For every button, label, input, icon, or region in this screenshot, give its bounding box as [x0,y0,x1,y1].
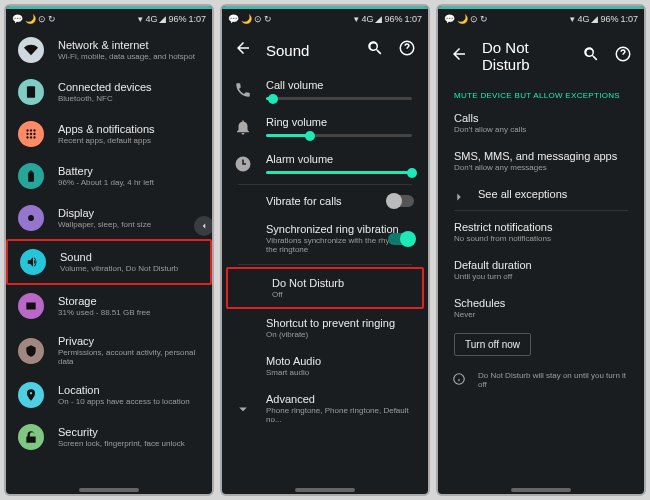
nav-pill[interactable] [511,488,571,492]
item-label: Connected devices [58,81,152,93]
calls-row[interactable]: Calls Don't allow any calls [438,104,644,142]
back-icon[interactable] [450,45,468,67]
clock: 1:07 [620,14,638,24]
vibrate-toggle[interactable] [388,195,414,207]
nav-pill[interactable] [79,488,139,492]
item-label: Security [58,426,185,438]
chat-icon: 💬 [12,14,23,24]
svg-point-6 [26,136,28,138]
help-icon[interactable] [614,45,632,67]
volume-slider[interactable] [266,171,412,174]
item-icon [18,382,44,408]
chat-icon: 💬 [444,14,455,24]
svg-point-7 [30,136,32,138]
edge-swipe-handle[interactable] [194,216,214,236]
item-label: Sound [60,251,178,263]
wifi-icon: ▾ [354,14,359,24]
settings-item-storage[interactable]: Storage 31% used - 88.51 GB free [6,285,212,327]
item-label: Battery [58,165,154,177]
slider-label: Call volume [266,79,412,91]
item-icon [18,338,44,364]
battery-pct: 96% [168,14,186,24]
settings-item-apps-notifications[interactable]: Apps & notifications Recent apps, defaul… [6,113,212,155]
duration-row[interactable]: Default duration Until you turn off [438,251,644,289]
divider [238,184,412,185]
svg-point-0 [26,129,28,131]
schedules-row[interactable]: Schedules Never [438,289,644,327]
net-label: 4G [145,14,157,24]
settings-item-privacy[interactable]: Privacy Permissions, account activity, p… [6,327,212,374]
volume-slider[interactable] [266,97,412,100]
restrict-row[interactable]: Restrict notifications No sound from not… [438,213,644,251]
shortcut-row[interactable]: Shortcut to prevent ringing On (vibrate) [222,309,428,347]
moto-audio-row[interactable]: Moto Audio Smart audio [222,347,428,385]
sync-toggle[interactable] [388,233,414,245]
volume-slider[interactable] [266,134,412,137]
battery-pct: 96% [384,14,402,24]
phone-dnd-settings: 💬 🌙 ⊙ ↻ ▾ 4G ◢ 96% 1:07 Do Not Disturb M… [436,4,646,496]
item-subtitle: Recent apps, default apps [58,136,155,145]
item-subtitle: Wi-Fi, mobile, data usage, and hotspot [58,52,195,61]
call-volume-row[interactable]: Call volume [222,71,428,108]
refresh-icon: ↻ [480,14,488,24]
alarm-volume-row[interactable]: Alarm volume [222,145,428,182]
item-label: Location [58,384,190,396]
svg-point-2 [33,129,35,131]
info-icon [452,372,466,386]
svg-point-8 [33,136,35,138]
ring-volume-row[interactable]: Ring volume [222,108,428,145]
chat-icon: 💬 [228,14,239,24]
item-subtitle: On - 10 apps have access to location [58,397,190,406]
back-icon[interactable] [234,39,252,61]
settings-item-battery[interactable]: Battery 96% - About 1 day, 4 hr left [6,155,212,197]
search-icon[interactable] [366,39,384,61]
svg-point-3 [26,133,28,135]
turn-off-now-button[interactable]: Turn off now [454,333,531,356]
item-icon [18,293,44,319]
item-icon [18,79,44,105]
item-icon [18,205,44,231]
do-not-disturb-row[interactable]: Do Not Disturb Off [226,267,424,309]
signal-icon: ◢ [159,14,166,24]
battery-pct: 96% [600,14,618,24]
settings-item-network-internet[interactable]: Network & internet Wi-Fi, mobile, data u… [6,29,212,71]
volume-icon [234,81,252,99]
refresh-icon: ↻ [48,14,56,24]
settings-list[interactable]: Network & internet Wi-Fi, mobile, data u… [6,29,212,494]
item-icon [18,163,44,189]
advanced-row[interactable]: Advanced Phone ringtone, Phone ringtone,… [222,385,428,432]
settings-item-connected-devices[interactable]: Connected devices Bluetooth, NFC [6,71,212,113]
item-icon [20,249,46,275]
notif-icon: ⊙ [254,14,262,24]
volume-icon [234,155,252,173]
clock: 1:07 [188,14,206,24]
moon-icon: 🌙 [25,14,36,24]
phone-sound-settings: 💬 🌙 ⊙ ↻ ▾ 4G ◢ 96% 1:07 Sound Call volum… [220,4,430,496]
item-label: Display [58,207,151,219]
item-label: Privacy [58,335,200,347]
settings-item-sound[interactable]: Sound Volume, vibration, Do Not Disturb [6,239,212,285]
sync-vibration-row[interactable]: Synchronized ring vibration Vibrations s… [222,215,428,262]
settings-item-location[interactable]: Location On - 10 apps have access to loc… [6,374,212,416]
search-icon[interactable] [582,45,600,67]
wifi-icon: ▾ [138,14,143,24]
status-bar: 💬 🌙 ⊙ ↻ ▾ 4G ◢ 96% 1:07 [438,9,644,29]
item-subtitle: 96% - About 1 day, 4 hr left [58,178,154,187]
svg-point-5 [33,133,35,135]
item-subtitle: Volume, vibration, Do Not Disturb [60,264,178,273]
vibrate-for-calls-row[interactable]: Vibrate for calls [222,187,428,215]
sound-content[interactable]: Call volume Ring volume Alarm volume Vib… [222,71,428,494]
item-label: Apps & notifications [58,123,155,135]
settings-item-display[interactable]: Display Wallpaper, sleep, font size [6,197,212,239]
app-bar: Sound [222,29,428,71]
signal-icon: ◢ [375,14,382,24]
settings-item-security[interactable]: Security Screen lock, fingerprint, face … [6,416,212,458]
help-icon[interactable] [398,39,416,61]
item-subtitle: 31% used - 88.51 GB free [58,308,151,317]
see-all-exceptions-row[interactable]: See all exceptions [438,180,644,208]
nav-pill[interactable] [295,488,355,492]
dnd-content[interactable]: MUTE DEVICE BUT ALLOW EXCEPTIONS Calls D… [438,83,644,494]
slider-label: Alarm volume [266,153,412,165]
item-subtitle: Wallpaper, sleep, font size [58,220,151,229]
sms-row[interactable]: SMS, MMS, and messaging apps Don't allow… [438,142,644,180]
